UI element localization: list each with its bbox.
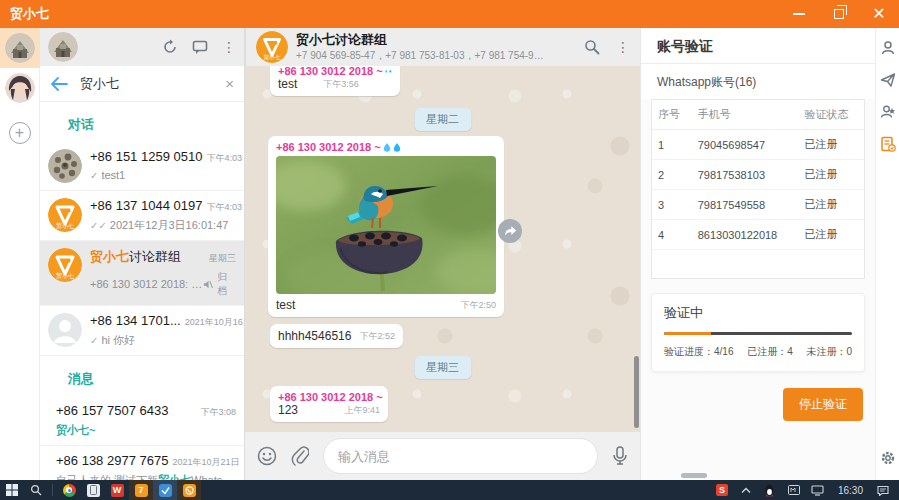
message-item-2[interactable]: +86 138 2977 76752021年10月21日 自己人来的 测试下新贸… [40,446,244,480]
contacts-icon[interactable] [880,40,896,56]
cell-serial: 3 [652,190,692,220]
message-item-1[interactable]: +86 157 7507 6433下午3:08 贸小七~ [40,396,244,446]
chat-preview: test1 [101,169,125,181]
account-avatar-2[interactable] [0,68,40,108]
verify-progress-bar [664,332,852,335]
send-icon[interactable] [880,72,896,88]
message-scroll-area[interactable]: +86 130 3012 2018 ~ test 下午3:56 星期二 +86 … [245,66,640,432]
check-icon: ✓ [90,335,98,346]
chat-name: +86 151 1259 0510 [90,149,202,164]
message-text: 123 [278,403,298,417]
account-avatar-active[interactable] [0,28,40,68]
table-row[interactable]: 2 79817538103 已注册 [652,160,864,190]
chat-item-2[interactable]: 贸小七 +86 137 1044 0197下午4:03 ✓✓2021年12月3日… [40,191,244,241]
image-message-bubble[interactable]: +86 130 3012 2018 ~ [268,136,504,317]
cell-serial: 4 [652,220,692,250]
chat-item-4[interactable]: +86 134 1701...2021年10月16日 ✓hi 你好 [40,306,244,356]
taskbar-device-icon[interactable] [81,480,105,500]
attach-icon[interactable] [291,446,309,466]
chat-item-3-selected[interactable]: 贸小七 贸小七讨论群组星期三 +86 130 3012 2018: 123 归档 [40,241,244,306]
taskbar-active-app-icon[interactable] [153,480,177,500]
tray-network-icon[interactable] [806,480,830,500]
message-bubble[interactable]: +86 130 3012 2018 ~ 123 上午9:41 [270,386,388,422]
forward-button[interactable] [498,219,522,243]
titlebar: 贸小七 ✕ [0,0,899,28]
notification-center-icon[interactable] [871,480,895,500]
taskbar-whatsapp-icon[interactable] [177,480,201,500]
search-icon[interactable] [584,39,600,55]
chat-header: 贸小七 贸小七讨论群组 +7 904 569-85-47，+7 981 753-… [245,28,640,66]
chat-menu-icon[interactable]: ⋮ [616,39,630,55]
droplet-emoji [393,142,401,152]
back-icon[interactable] [50,77,68,91]
chat-list-menu-icon[interactable]: ⋮ [222,39,236,55]
table-row-empty [652,250,864,278]
table-row[interactable]: 3 79817549558 已注册 [652,190,864,220]
verification-icon[interactable] [880,136,896,152]
accounts-table: 序号 手机号 验证状态 1 79045698547 已注册 2 79817538… [651,99,865,279]
new-chat-icon[interactable] [192,39,208,55]
taskbar-wps-icon[interactable]: W [105,480,129,500]
cell-phone: 79045698547 [692,130,799,160]
contact-avatar [48,149,82,183]
panel-hscrollbar[interactable] [647,473,857,478]
col-status: 验证状态 [799,100,864,130]
taskbar-maoxiaoqi-icon[interactable]: 7 [129,480,153,500]
default-person-avatar [48,313,82,347]
date-divider-tuesday: 星期二 [414,108,471,131]
taskbar-clock[interactable]: 16:30 [830,485,871,496]
stop-verify-button[interactable]: 停止验证 [783,388,863,421]
sender-name: +86 130 3012 2018 ~ [276,141,381,153]
cell-status: 已注册 [799,130,864,160]
account-rail: + [0,28,40,480]
table-row[interactable]: 4 8613030122018 已注册 [652,220,864,250]
cell-status: 已注册 [799,160,864,190]
tray-ime-icon[interactable] [782,480,806,500]
search-input[interactable] [80,76,200,91]
clear-search-icon[interactable]: × [225,75,234,92]
tray-qq-icon[interactable] [758,480,782,500]
message-bubble[interactable]: +86 130 3012 2018 ~ test 下午3:56 [270,66,400,96]
cell-phone: 79817538103 [692,160,799,190]
group-avatar[interactable]: 贸小七 [256,31,288,63]
date-divider-wednesday: 星期三 [414,356,471,379]
message-input[interactable] [323,438,598,474]
right-icon-rail [875,28,899,480]
add-account-button[interactable]: + [9,122,31,144]
windows-logo-icon [6,484,18,496]
taskbar-search-button[interactable] [24,480,48,500]
chat-title: 贸小七讨论群组 [296,31,546,49]
emoji-icon[interactable] [257,446,277,466]
message-time: 下午2:50 [460,299,496,312]
mic-icon[interactable] [612,446,628,466]
mute-icon [203,279,213,290]
group-contacts-icon[interactable] [880,104,896,120]
restore-button[interactable] [819,0,859,28]
message-preview: 自己人来的 测试下新贸小七WhatsApp [56,473,236,480]
chat-item-1[interactable]: +86 151 1259 0510下午4:03 ✓test1 [40,142,244,191]
message-preview: 贸小七~ [56,423,95,438]
message-name: +86 157 7507 6433 [56,403,168,418]
svg-text:贸小七: 贸小七 [56,272,74,279]
tray-expand-icon[interactable] [734,480,758,500]
profile-avatar[interactable] [48,32,78,62]
chat-scrollbar[interactable] [634,356,639,428]
table-row[interactable]: 1 79045698547 已注册 [652,130,864,160]
start-button[interactable] [0,480,24,500]
refresh-icon[interactable] [162,39,178,55]
tray-sogou-icon[interactable]: S [710,480,734,500]
verification-panel: 账号验证 Whatsapp账号(16) 序号 手机号 验证状态 1 790456… [640,28,875,480]
archive-label[interactable]: 归档 [217,270,236,298]
section-messages: 消息 [40,356,244,396]
chat-name: +86 134 1701... [90,313,181,328]
message-bubble[interactable]: hhhh4546516 下午2:52 [270,324,403,348]
cell-status: 已注册 [799,220,864,250]
app-window: 贸小七 ✕ + ⋮ × 对话 [0,0,899,500]
message-text: hhhh4546516 [278,329,351,343]
taskbar-chrome-icon[interactable] [57,480,81,500]
kingfisher-photo[interactable] [276,156,496,294]
settings-gear-icon[interactable] [880,450,896,466]
minimize-button[interactable] [779,0,819,28]
close-button[interactable]: ✕ [859,0,899,28]
chat-area: 贸小七 贸小七讨论群组 +7 904 569-85-47，+7 981 753-… [245,28,640,480]
